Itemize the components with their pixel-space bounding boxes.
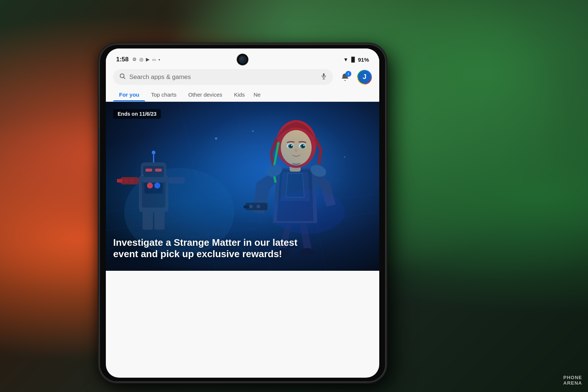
ends-on-badge: Ends on 11/6/23: [113, 109, 161, 119]
wifi-icon: ▼: [343, 57, 348, 62]
search-icon: [119, 73, 126, 81]
banner-title: Investigate a Strange Matter in our late…: [113, 237, 372, 260]
tab-other-devices[interactable]: Other devices: [182, 88, 228, 101]
status-icons: ⚙ ◎ ▶ ▭ ●: [132, 57, 160, 62]
status-left: 1:58 ⚙ ◎ ▶ ▭ ●: [116, 56, 160, 63]
notification-button[interactable]: 1: [337, 69, 353, 85]
search-container: Search apps & games: [106, 66, 379, 86]
nav-tabs: For you Top charts Other devices Kids Ne: [106, 86, 379, 102]
tab-top-charts[interactable]: Top charts: [145, 88, 182, 101]
watermark-line2: ARENA: [563, 380, 582, 386]
tab-news-partial[interactable]: Ne: [251, 88, 263, 101]
circle-check-icon: ◎: [139, 57, 143, 62]
status-right: ▼ ▉ 91%: [343, 57, 369, 63]
game-banner[interactable]: Ends on 11/6/23 Investigate a Strange Ma…: [106, 102, 379, 271]
avatar-initial: J: [358, 71, 371, 84]
svg-point-0: [120, 74, 124, 78]
svg-rect-2: [323, 73, 325, 77]
svg-line-1: [123, 77, 125, 79]
notification-badge: 1: [345, 71, 351, 77]
youtube-icon: ▶: [146, 57, 150, 62]
status-time: 1:58: [116, 56, 129, 63]
mic-icon[interactable]: [320, 73, 327, 81]
tab-for-you[interactable]: For you: [113, 88, 145, 101]
watermark-line1: PHONE: [563, 375, 582, 381]
tab-kids[interactable]: Kids: [228, 88, 251, 101]
camera-lens: [239, 56, 246, 63]
search-placeholder: Search apps & games: [129, 73, 317, 81]
dot-icon: ●: [158, 58, 160, 61]
banner-text: Investigate a Strange Matter in our late…: [106, 237, 379, 260]
phone-frame: 1:58 ⚙ ◎ ▶ ▭ ●: [99, 44, 386, 382]
search-bar[interactable]: Search apps & games: [113, 69, 333, 85]
battery-percent: 91%: [358, 57, 369, 63]
youtube-tv-icon: ▭: [152, 57, 156, 62]
phone-screen: 1:58 ⚙ ◎ ▶ ▭ ●: [106, 48, 379, 378]
avatar[interactable]: J: [357, 70, 372, 84]
content-area: Ends on 11/6/23 Investigate a Strange Ma…: [106, 102, 379, 378]
watermark: PHONE ARENA: [563, 375, 582, 386]
camera-cutout: [237, 54, 248, 65]
battery-icon: ▉: [351, 57, 355, 62]
settings-icon: ⚙: [132, 57, 137, 62]
